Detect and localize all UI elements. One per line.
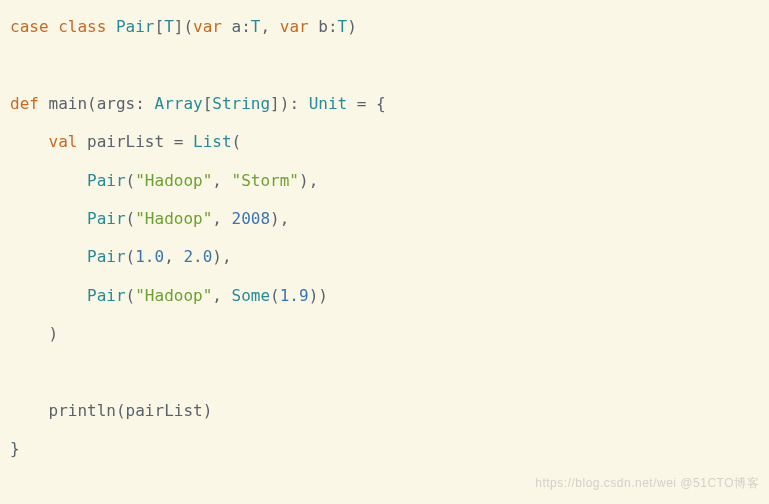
call-pair: Pair (87, 209, 126, 228)
keyword-val: val (49, 132, 88, 151)
param-a: a: (232, 17, 251, 36)
string-hadoop: "Hadoop" (135, 286, 212, 305)
close-paren: ) (10, 324, 58, 343)
indent (10, 171, 87, 190)
code-line: println(pairList) (10, 401, 212, 420)
keyword-var: var (193, 17, 232, 36)
method-sig: main(args: (49, 94, 155, 113)
punct: , (212, 209, 231, 228)
call-pair: Pair (87, 247, 126, 266)
code-line: case class Pair[T](var a:T, var b:T) (10, 17, 357, 36)
punct: ]( (174, 17, 193, 36)
punct: ), (212, 247, 231, 266)
code-block: case class Pair[T](var a:T, var b:T) def… (10, 8, 759, 469)
code-line: Pair("Hadoop", Some(1.9)) (10, 286, 328, 305)
type: T (338, 17, 348, 36)
number-2008: 2008 (232, 209, 271, 228)
punct: , (212, 171, 231, 190)
punct: ( (126, 286, 136, 305)
string-storm: "Storm" (232, 171, 299, 190)
code-line: ) (10, 324, 58, 343)
punct: [ (155, 17, 165, 36)
punct: ( (270, 286, 280, 305)
indent (10, 132, 49, 151)
punct: , (164, 247, 183, 266)
call-some: Some (232, 286, 271, 305)
code-line: Pair("Hadoop", "Storm"), (10, 171, 318, 190)
punct: ( (126, 247, 136, 266)
println-call: println(pairList) (10, 401, 212, 420)
code-line: } (10, 439, 20, 458)
type-unit: Unit (309, 94, 348, 113)
close-brace: } (10, 439, 20, 458)
punct: ), (270, 209, 289, 228)
punct: ]): (270, 94, 309, 113)
type-list: List (193, 132, 232, 151)
call-pair: Pair (87, 286, 126, 305)
indent (10, 247, 87, 266)
type-param: T (164, 17, 174, 36)
punct: ) (347, 17, 357, 36)
punct: ( (232, 132, 242, 151)
call-pair: Pair (87, 171, 126, 190)
code-line: Pair(1.0, 2.0), (10, 247, 232, 266)
val-name: pairList = (87, 132, 193, 151)
keyword-var: var (280, 17, 319, 36)
punct: ), (299, 171, 318, 190)
number: 1.0 (135, 247, 164, 266)
code-line: val pairList = List( (10, 132, 241, 151)
number: 2.0 (183, 247, 212, 266)
keyword-def: def (10, 94, 49, 113)
type-array: Array (155, 94, 203, 113)
punct: , (260, 17, 279, 36)
string-hadoop: "Hadoop" (135, 171, 212, 190)
punct: = { (347, 94, 386, 113)
indent (10, 286, 87, 305)
punct: , (212, 286, 231, 305)
punct: )) (309, 286, 328, 305)
type-string: String (212, 94, 270, 113)
indent (10, 209, 87, 228)
param-b: b: (318, 17, 337, 36)
string-hadoop: "Hadoop" (135, 209, 212, 228)
punct: ( (126, 171, 136, 190)
code-line: def main(args: Array[String]): Unit = { (10, 94, 386, 113)
watermark-text: https://blog.csdn.net/wei @51CTO博客 (535, 469, 759, 498)
punct: [ (203, 94, 213, 113)
class-name-pair: Pair (116, 17, 155, 36)
keyword-case-class: case class (10, 17, 116, 36)
punct: ( (126, 209, 136, 228)
number: 1.9 (280, 286, 309, 305)
code-line: Pair("Hadoop", 2008), (10, 209, 289, 228)
